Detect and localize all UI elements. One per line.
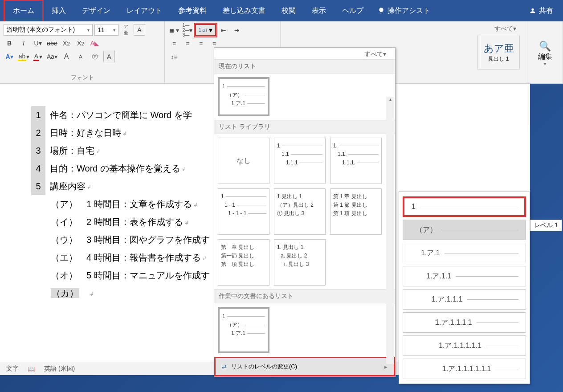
font-name-value: 游明朝 (本文のフォント) <box>7 26 75 34</box>
thumb-lib2[interactable]: 1. 1.1. 1.1.1. <box>330 138 382 184</box>
chevron-down-icon[interactable]: ▾ <box>544 61 546 66</box>
bold-button[interactable]: B <box>4 37 15 49</box>
doc-line1: 件名：パソコンで簡単に Word を学 <box>50 110 192 120</box>
share-button[interactable]: 共有 <box>523 6 559 16</box>
strikethrough-button[interactable]: abe <box>46 37 58 49</box>
font-color-button[interactable]: A▾ <box>32 51 44 62</box>
thumb-lib3[interactable]: 1 1 - 1 1 - 1 - 1 <box>218 188 269 235</box>
level-3[interactable]: 1.ア.1 <box>403 243 526 263</box>
superscript-button[interactable]: X2 <box>75 37 86 49</box>
subscript-button[interactable]: X2 <box>61 37 72 49</box>
font-size-value: 11 <box>98 26 105 33</box>
level-1[interactable]: 1 <box>403 196 526 217</box>
doc-sub1: （ア） 1 時間目：文章を作成する <box>51 199 192 209</box>
chevron-down-icon: ▾ <box>87 28 90 33</box>
tab-design[interactable]: デザイン <box>74 1 118 21</box>
gallery-hdr-indoc: 作業中の文書にあるリスト <box>214 289 395 303</box>
level-4[interactable]: 1.ア.1.1 <box>403 266 526 286</box>
group-edit: 🔍 編集 ▾ <box>527 21 563 83</box>
italic-button[interactable]: I <box>18 37 29 49</box>
level-6[interactable]: 1.ア.1.1.1.1 <box>403 312 526 333</box>
numbering-button[interactable]: 1—2—3—▾ <box>182 24 193 36</box>
style-heading1[interactable]: あア亜 見出し 1 <box>477 35 520 69</box>
search-icon[interactable]: 🔍 <box>539 41 551 52</box>
style-sample: あア亜 <box>484 42 514 55</box>
char-border-button[interactable]: A <box>134 24 145 36</box>
multilevel-gallery: すべて ▾ 現在のリスト 1 （ア） 1.ア.1 リスト ライブラリ なし 1 … <box>214 47 396 377</box>
status-language[interactable]: 英語 (米国) <box>44 365 75 373</box>
level-7[interactable]: 1.ア.1.1.1.1.1 <box>403 335 526 356</box>
menu-change-level-label: リストのレベルの変更(C) <box>231 363 297 371</box>
align-right-button[interactable]: ≡ <box>195 38 207 49</box>
increase-indent-button[interactable]: ⇥ <box>231 24 243 36</box>
doc-line2: 日時：好きな日時 <box>50 128 121 138</box>
gallery-scrollbar[interactable]: ▴ <box>386 97 394 364</box>
doc-line3: 場所：自宅 <box>50 146 94 155</box>
style-name: 見出し 1 <box>488 55 509 63</box>
lightbulb-icon <box>378 7 385 14</box>
underline-button[interactable]: U ▾ <box>32 37 44 49</box>
level-8[interactable]: 1.ア.1.1.1.1.1.1 <box>403 359 526 379</box>
text-effects-button[interactable]: A▾ <box>4 51 15 62</box>
doc-sub5: （オ） 5 時間目：マニュアルを作成す <box>51 270 210 280</box>
level-tooltip: レベル 1 <box>530 220 562 231</box>
thumb-lib4[interactable]: 1 見出し 1 （ア）見出し 2 ① 見出し 3 <box>274 188 326 235</box>
tab-references[interactable]: 参考資料 <box>170 1 215 21</box>
decrease-indent-button[interactable]: ⇤ <box>218 24 229 36</box>
thumb-indoc[interactable]: 1 （ア） 1.ア.1 <box>218 307 269 353</box>
thumb-none[interactable]: なし <box>218 138 269 184</box>
thumb-lib5[interactable]: 第 1 章 見出し 第 1 節 見出し 第 1 項 見出し <box>330 188 382 235</box>
clear-format-button[interactable]: A◣ <box>89 37 101 49</box>
tell-me[interactable]: 操作アシスト <box>371 6 437 16</box>
doc-sub4: （エ） 4 時間目：報告書を作成する <box>51 253 201 262</box>
char-shading-button[interactable]: A <box>103 51 115 62</box>
tab-view[interactable]: 表示 <box>304 1 334 21</box>
font-size-combo[interactable]: 11▾ <box>94 24 118 36</box>
align-left-button[interactable]: ≡ <box>168 38 180 49</box>
level-5[interactable]: 1.ア.1.1.1 <box>403 289 526 310</box>
tab-mailings[interactable]: 差し込み文書 <box>215 1 273 21</box>
status-text: 文字 <box>6 365 19 373</box>
menu-bar: ホーム 挿入 デザイン レイアウト 参考資料 差し込み文書 校閲 表示 ヘルプ … <box>0 0 563 21</box>
shrink-font-button[interactable]: A <box>75 51 86 62</box>
multilevel-list-button[interactable]: 1 a i ▾ <box>195 24 216 36</box>
level-2[interactable]: （ア） <box>403 220 526 240</box>
thumb-lib1[interactable]: 1 1.1 1.1.1 <box>274 138 326 184</box>
enclose-char-button[interactable]: ㋐ <box>89 51 101 62</box>
tell-me-label: 操作アシスト <box>388 6 430 16</box>
share-label: 共有 <box>539 6 553 16</box>
styles-filter[interactable]: すべて ▾ <box>477 23 521 35</box>
indent-icon: ⇄ <box>222 363 227 370</box>
group-font-label: フォント <box>4 73 161 82</box>
doc-sub6-kata: （カ） <box>51 288 79 298</box>
proofing-icon[interactable]: 📖 <box>28 365 35 372</box>
tab-help[interactable]: ヘルプ <box>334 1 371 21</box>
gallery-filter[interactable]: すべて ▾ <box>214 48 395 59</box>
thumb-current[interactable]: 1 （ア） 1.ア.1 <box>218 77 269 116</box>
char-scale-button[interactable]: Aa▾ <box>46 51 58 62</box>
arrow-right-icon: ▸ <box>384 363 388 370</box>
tab-layout[interactable]: レイアウト <box>118 1 170 21</box>
phonetic-guide-button[interactable]: ア亜 <box>120 24 132 36</box>
doc-line5: 講座内容 <box>50 181 86 191</box>
tab-review[interactable]: 校閲 <box>273 1 304 21</box>
gallery-hdr-current: 現在のリスト <box>214 59 395 74</box>
group-font: 游明朝 (本文のフォント)▾ 11▾ ア亜 A B I U ▾ abe X2 X… <box>0 21 165 83</box>
grow-font-button[interactable]: A <box>61 51 72 62</box>
tab-home[interactable]: ホーム <box>4 0 44 22</box>
menu-change-list-level[interactable]: ⇄ リストのレベルの変更(C) ▸ <box>214 357 395 376</box>
font-name-combo[interactable]: 游明朝 (本文のフォント)▾ <box>4 24 93 36</box>
line-spacing-button[interactable]: ↕≡ <box>168 51 180 63</box>
chevron-down-icon: ▾ <box>113 28 115 33</box>
thumb-lib6[interactable]: 第一章 見出し 第一節 見出し 第一項 見出し <box>218 239 269 286</box>
doc-sub2: （イ） 2 時間目：表を作成する <box>51 217 183 227</box>
tab-insert[interactable]: 挿入 <box>44 1 74 21</box>
highlight-button[interactable]: ab▾ <box>18 51 29 62</box>
edit-label: 編集 <box>538 52 552 61</box>
bullets-button[interactable]: ≣ ▾ <box>168 24 180 36</box>
scroll-up-icon[interactable]: ▴ <box>386 97 394 105</box>
doc-sub3: （ウ） 3 時間目：図やグラフを作成す <box>51 235 210 245</box>
thumb-lib7[interactable]: 1. 見出し 1 a. 見出し 2 i. 見出し 3 <box>274 239 326 286</box>
align-center-button[interactable]: ≡ <box>182 38 193 49</box>
list-level-submenu: 1 （ア） 1.ア.1 1.ア.1.1 1.ア.1.1.1 1.ア.1.1.1.… <box>399 192 530 384</box>
